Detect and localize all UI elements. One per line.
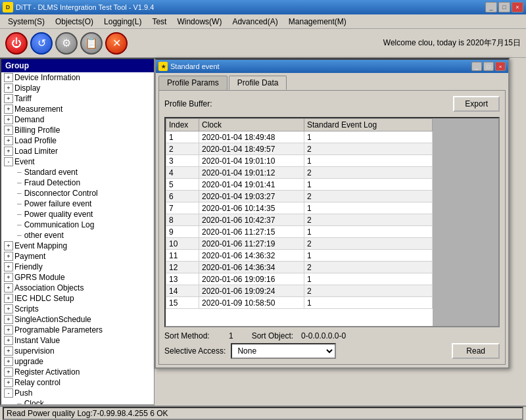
expand-icon[interactable]: -: [4, 388, 13, 398]
expand-icon[interactable]: +: [4, 94, 13, 103]
maximize-button[interactable]: □: [498, 2, 510, 12]
table-row[interactable]: 6 2020-01-04 19:03:27 2: [166, 191, 433, 202]
sidebar-item-standard-event[interactable]: – Standard event: [1, 167, 154, 177]
sidebar-item-instant-value[interactable]: + Instant Value: [1, 335, 154, 346]
sidebar-item-measurement[interactable]: + Measurement: [1, 104, 154, 114]
sidebar-item-supervision[interactable]: + supervision: [1, 346, 154, 356]
dialog-maximize-button[interactable]: □: [483, 62, 494, 71]
menu-system[interactable]: System(S): [3, 16, 50, 28]
sidebar-item-association-objects[interactable]: + Association Objects: [1, 283, 154, 293]
export-button[interactable]: Export: [453, 96, 500, 112]
selective-access-dropdown[interactable]: None By Range By Entry: [231, 343, 336, 359]
toolbar-btn-settings[interactable]: ⚙: [55, 32, 78, 55]
sidebar-item-iec-hdlc[interactable]: + IEC HDLC Setup: [1, 293, 154, 304]
profile-buffer-label: Profile Buffer:: [164, 99, 212, 108]
expand-icon[interactable]: +: [4, 115, 13, 124]
expand-icon[interactable]: +: [4, 283, 13, 292]
toolbar-btn-refresh[interactable]: ↺: [30, 32, 53, 55]
menu-test[interactable]: Test: [147, 16, 172, 28]
sidebar-item-display[interactable]: + Display: [1, 83, 154, 93]
expand-icon[interactable]: +: [4, 294, 13, 303]
close-button[interactable]: ×: [512, 2, 523, 12]
sidebar-item-load-limiter[interactable]: + Load Limiter: [1, 146, 154, 156]
menu-management[interactable]: Management(M): [283, 16, 352, 28]
sidebar-item-single-action[interactable]: + SingleActionSchedule: [1, 314, 154, 325]
expand-icon[interactable]: +: [4, 273, 13, 282]
sidebar-item-event[interactable]: - Event: [1, 156, 154, 167]
sidebar-item-payment[interactable]: + Payment: [1, 251, 154, 262]
expand-icon[interactable]: +: [4, 126, 13, 135]
toolbar-btn-clipboard[interactable]: 📋: [80, 32, 103, 55]
sidebar-item-upgrade[interactable]: + upgrade: [1, 356, 154, 367]
expand-icon[interactable]: +: [4, 105, 13, 114]
expand-icon[interactable]: +: [4, 262, 13, 271]
table-row[interactable]: 8 2020-01-06 10:42:37 2: [166, 214, 433, 226]
sidebar-item-friendly[interactable]: + Friendly: [1, 262, 154, 272]
expand-icon[interactable]: +: [4, 367, 13, 377]
expand-icon[interactable]: +: [4, 83, 13, 93]
sidebar-item-power-failure[interactable]: – Power failure event: [1, 198, 154, 209]
sidebar-item-tariff[interactable]: + Tariff: [1, 93, 154, 104]
table-row[interactable]: 15 2020-01-09 10:58:50 1: [166, 297, 433, 309]
table-row[interactable]: 10 2020-01-06 11:27:19 2: [166, 238, 433, 250]
expand-icon[interactable]: +: [4, 304, 13, 314]
sidebar-item-other-event[interactable]: – other event: [1, 230, 154, 241]
tab-profile-params[interactable]: Profile Params: [158, 76, 227, 90]
expand-icon[interactable]: +: [4, 336, 13, 345]
table-row[interactable]: 7 2020-01-06 10:14:35 1: [166, 202, 433, 214]
sidebar-item-load-profile[interactable]: + Load Profile: [1, 135, 154, 146]
sidebar-item-power-quality[interactable]: – Power quality event: [1, 209, 154, 220]
toolbar-btn-power[interactable]: ⏻: [5, 32, 28, 55]
expand-icon[interactable]: +: [4, 325, 13, 335]
expand-icon[interactable]: +: [4, 357, 13, 366]
table-row[interactable]: 9 2020-01-06 11:27:15 1: [166, 226, 433, 238]
sidebar-item-programmable[interactable]: + Programable Parameters: [1, 325, 154, 335]
sidebar-item-scripts[interactable]: + Scripts: [1, 304, 154, 314]
expand-icon[interactable]: +: [4, 241, 13, 250]
sidebar-item-push[interactable]: - Push: [1, 388, 154, 398]
table-row[interactable]: 11 2020-01-06 14:36:32 1: [166, 250, 433, 262]
tab-profile-data[interactable]: Profile Data: [229, 76, 287, 90]
sidebar-item-event-mapping[interactable]: + Event Mapping: [1, 241, 154, 251]
sidebar-item-relay-control[interactable]: + Relay control: [1, 377, 154, 388]
sidebar-item-billing-profile[interactable]: + Billing Profile: [1, 125, 154, 135]
expand-icon[interactable]: +: [4, 252, 13, 261]
sidebar-item-device-information[interactable]: + Device Information: [1, 72, 154, 83]
read-button[interactable]: Read: [452, 343, 500, 359]
table-row[interactable]: 12 2020-01-06 14:36:34 2: [166, 262, 433, 273]
expand-icon[interactable]: -: [4, 157, 13, 166]
table-row[interactable]: 14 2020-01-06 19:09:24 2: [166, 285, 433, 297]
table-row[interactable]: 4 2020-01-04 19:01:12 2: [166, 167, 433, 179]
table-row[interactable]: 2 2020-01-04 18:49:57 2: [166, 143, 433, 155]
minimize-button[interactable]: _: [485, 2, 497, 12]
table-row[interactable]: 5 2020-01-04 19:01:41 1: [166, 179, 433, 191]
table-row[interactable]: 3 2020-01-04 19:01:10 1: [166, 155, 433, 167]
dialog-title: Standard event: [170, 62, 471, 70]
sidebar-item-clock[interactable]: – Clock: [1, 398, 154, 406]
dialog-close-button[interactable]: ×: [495, 62, 506, 71]
cell-index: 12: [166, 262, 199, 273]
cell-index: 14: [166, 285, 199, 297]
table-row[interactable]: 1 2020-01-04 18:49:48 1: [166, 131, 433, 143]
expand-icon[interactable]: +: [4, 315, 13, 324]
sidebar-item-demand[interactable]: + Demand: [1, 114, 154, 125]
sidebar-item-fraud-detection[interactable]: – Fraud Detection: [1, 177, 154, 188]
expand-icon[interactable]: +: [4, 73, 13, 82]
expand-icon[interactable]: +: [4, 136, 13, 145]
sidebar-item-disconnector-control[interactable]: – Disconnector Control: [1, 188, 154, 198]
menu-logging[interactable]: Logging(L): [99, 16, 147, 28]
table-row[interactable]: 13 2020-01-06 19:09:16 1: [166, 273, 433, 285]
expand-icon[interactable]: +: [4, 378, 13, 387]
menu-advanced[interactable]: Advanced(A): [227, 16, 283, 28]
expand-icon[interactable]: +: [4, 346, 13, 356]
sidebar-item-communication-log[interactable]: – Communication Log: [1, 220, 154, 230]
toolbar-btn-close[interactable]: ✕: [105, 32, 128, 55]
dialog-minimize-button[interactable]: _: [471, 62, 482, 71]
data-table-scroll[interactable]: Index Clock Standard Event Log 1 2020-01…: [166, 118, 433, 326]
menu-windows[interactable]: Windows(W): [172, 16, 227, 28]
expand-icon[interactable]: +: [4, 147, 13, 156]
cell-log: 1: [304, 273, 433, 285]
menu-objects[interactable]: Objects(O): [50, 16, 99, 28]
sidebar-item-register-activation[interactable]: + Register Activation: [1, 367, 154, 377]
sidebar-item-gprs[interactable]: + GPRS Module: [1, 272, 154, 283]
